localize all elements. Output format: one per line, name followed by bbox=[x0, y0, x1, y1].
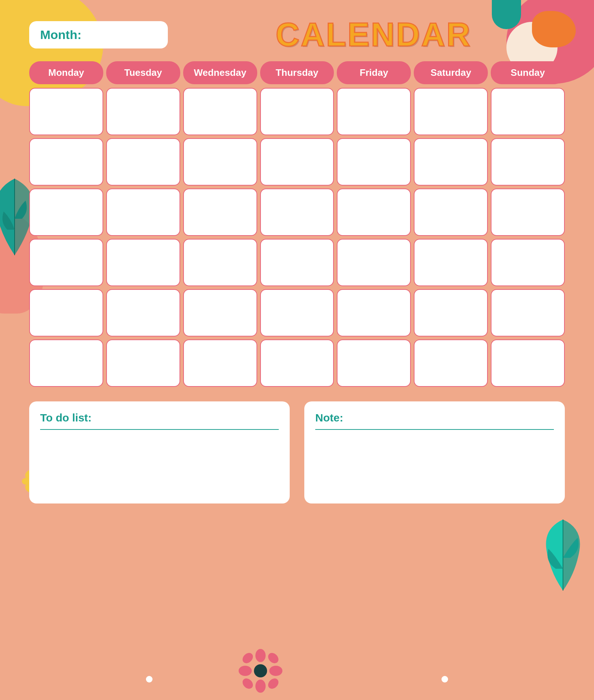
table-row[interactable] bbox=[106, 289, 180, 337]
day-header-saturday: Saturday bbox=[414, 61, 488, 84]
table-row[interactable] bbox=[491, 239, 565, 286]
table-row[interactable] bbox=[260, 88, 334, 135]
header-row: Month: CALENDAR bbox=[29, 18, 565, 51]
table-row[interactable] bbox=[183, 289, 257, 337]
day-header-wednesday: Wednesday bbox=[183, 61, 257, 84]
svg-point-12 bbox=[255, 649, 266, 662]
svg-point-19 bbox=[266, 676, 281, 691]
table-row[interactable] bbox=[29, 339, 103, 387]
month-input[interactable] bbox=[85, 28, 157, 41]
table-row[interactable] bbox=[183, 88, 257, 135]
month-label: Month: bbox=[40, 28, 81, 42]
table-row[interactable] bbox=[414, 239, 488, 286]
svg-point-18 bbox=[240, 676, 255, 691]
svg-point-16 bbox=[240, 651, 255, 665]
svg-point-13 bbox=[255, 680, 266, 693]
table-row[interactable] bbox=[260, 239, 334, 286]
todo-label: To do list: bbox=[40, 412, 279, 424]
table-row[interactable] bbox=[414, 138, 488, 186]
table-row[interactable] bbox=[414, 339, 488, 387]
table-row[interactable] bbox=[29, 239, 103, 286]
table-row[interactable] bbox=[491, 188, 565, 236]
day-header-friday: Friday bbox=[337, 61, 411, 84]
table-row[interactable] bbox=[260, 289, 334, 337]
todo-divider bbox=[40, 429, 279, 430]
table-row[interactable] bbox=[414, 88, 488, 135]
day-header-thursday: Thursday bbox=[260, 61, 334, 84]
table-row[interactable] bbox=[29, 188, 103, 236]
bottom-section: To do list: Note: bbox=[29, 401, 565, 503]
table-row[interactable] bbox=[414, 289, 488, 337]
table-row[interactable] bbox=[106, 339, 180, 387]
table-row[interactable] bbox=[414, 188, 488, 236]
table-row[interactable] bbox=[337, 188, 411, 236]
note-divider bbox=[315, 429, 554, 430]
table-row[interactable] bbox=[106, 239, 180, 286]
day-header-sunday: Sunday bbox=[491, 61, 565, 84]
svg-point-14 bbox=[239, 666, 252, 676]
month-box: Month: bbox=[29, 21, 168, 48]
day-header-monday: Monday bbox=[29, 61, 103, 84]
note-label: Note: bbox=[315, 412, 554, 424]
table-row[interactable] bbox=[337, 339, 411, 387]
table-row[interactable] bbox=[183, 339, 257, 387]
table-row[interactable] bbox=[260, 188, 334, 236]
table-row[interactable] bbox=[491, 289, 565, 337]
day-header-tuesday: Tuesday bbox=[106, 61, 180, 84]
table-row[interactable] bbox=[337, 289, 411, 337]
table-row[interactable] bbox=[106, 188, 180, 236]
table-row[interactable] bbox=[491, 339, 565, 387]
dot-bottom-right-decoration bbox=[441, 676, 448, 682]
day-headers-row: Monday Tuesday Wednesday Thursday Friday… bbox=[29, 61, 565, 84]
table-row[interactable] bbox=[491, 138, 565, 186]
table-row[interactable] bbox=[106, 88, 180, 135]
table-row[interactable] bbox=[183, 138, 257, 186]
table-row[interactable] bbox=[337, 239, 411, 286]
svg-point-11 bbox=[254, 664, 267, 677]
table-row[interactable] bbox=[183, 188, 257, 236]
note-box: Note: bbox=[304, 401, 565, 503]
table-row[interactable] bbox=[29, 289, 103, 337]
pink-flower-bottom-decoration bbox=[239, 649, 282, 693]
todo-box: To do list: bbox=[29, 401, 290, 503]
table-row[interactable] bbox=[106, 138, 180, 186]
table-row[interactable] bbox=[337, 138, 411, 186]
leaves-right-decoration bbox=[539, 518, 587, 591]
main-content: Month: CALENDAR Monday Tuesday Wednesday… bbox=[18, 11, 576, 511]
svg-point-17 bbox=[266, 651, 281, 665]
table-row[interactable] bbox=[260, 138, 334, 186]
table-row[interactable] bbox=[29, 88, 103, 135]
table-row[interactable] bbox=[183, 239, 257, 286]
table-row[interactable] bbox=[337, 88, 411, 135]
table-row[interactable] bbox=[29, 138, 103, 186]
svg-point-15 bbox=[269, 666, 282, 676]
table-row[interactable] bbox=[260, 339, 334, 387]
calendar-grid bbox=[29, 88, 565, 387]
table-row[interactable] bbox=[491, 88, 565, 135]
dot-bottom-left-decoration bbox=[146, 676, 153, 682]
calendar-title: CALENDAR bbox=[182, 18, 565, 51]
